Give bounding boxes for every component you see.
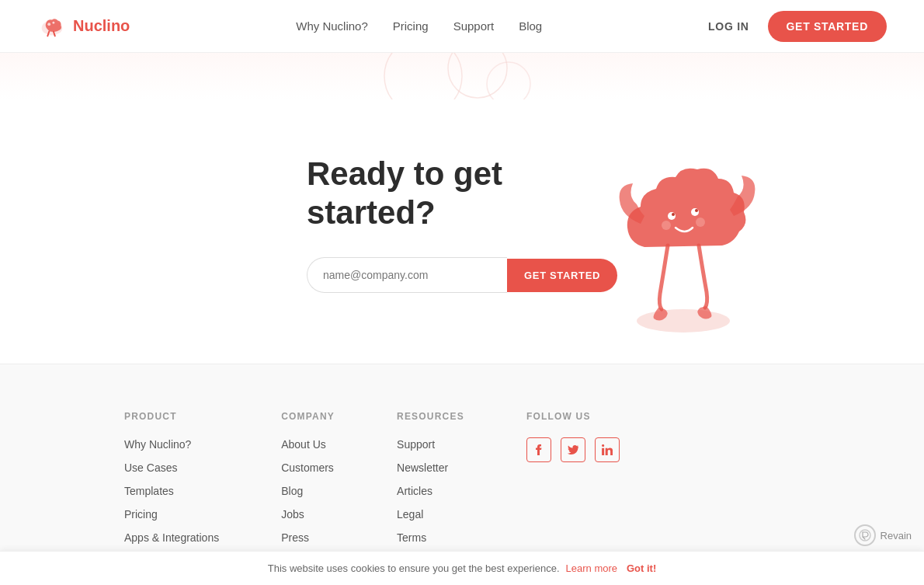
nav-why-nuclino[interactable]: Why Nuclino?: [296, 19, 368, 33]
footer-link-pricing[interactable]: Pricing: [124, 508, 158, 521]
cookie-banner: This website uses cookies to ensure you …: [0, 551, 924, 585]
footer-heading-resources: RESOURCES: [397, 411, 464, 422]
facebook-icon[interactable]: [526, 437, 551, 462]
list-item: Newsletter: [397, 461, 464, 475]
list-item: Templates: [124, 484, 219, 498]
svg-point-13: [662, 221, 671, 230]
twitter-icon[interactable]: [561, 437, 585, 462]
social-icons: [526, 437, 620, 462]
footer-link-terms[interactable]: Terms: [397, 531, 426, 544]
list-item: Blog: [281, 484, 335, 498]
footer-heading-product: PRODUCT: [124, 411, 219, 422]
svg-point-1: [47, 23, 50, 26]
list-item: Pricing: [124, 507, 219, 521]
footer-link-newsletter[interactable]: Newsletter: [397, 461, 448, 474]
list-item: About Us: [281, 437, 335, 451]
svg-point-6: [448, 53, 507, 98]
svg-point-11: [691, 208, 699, 216]
hero-section: Ready to get started? GET STARTED: [0, 99, 924, 364]
svg-point-10: [672, 213, 675, 216]
footer-link-about-us[interactable]: About Us: [281, 438, 326, 451]
list-item: Legal: [397, 507, 464, 521]
footer-link-support[interactable]: Support: [397, 438, 435, 451]
footer-heading-follow: FOLLOW US: [526, 411, 620, 422]
nav-blog[interactable]: Blog: [519, 19, 542, 33]
logo-icon: [37, 12, 67, 41]
top-decoration: [0, 53, 924, 99]
svg-point-5: [384, 53, 462, 99]
login-button[interactable]: LOG IN: [708, 20, 749, 33]
svg-point-12: [695, 209, 698, 212]
footer-link-apps-integrations[interactable]: Apps & Integrations: [124, 531, 219, 544]
list-item: Why Nuclino?: [124, 437, 219, 451]
footer-company-links: About Us Customers Blog Jobs Press Conta…: [281, 437, 335, 568]
hero-title: Ready to get started?: [307, 155, 617, 233]
cookie-got-it-button[interactable]: Got it!: [627, 562, 656, 574]
get-started-button[interactable]: GET STARTED: [768, 11, 887, 42]
footer-link-articles[interactable]: Articles: [397, 485, 432, 497]
revain-badge: Revain: [854, 524, 912, 546]
cookie-text: This website uses cookies to ensure you …: [268, 562, 560, 574]
logo[interactable]: Nuclino: [37, 12, 130, 41]
list-item: Support: [397, 437, 464, 451]
svg-point-2: [52, 21, 54, 23]
svg-point-9: [668, 212, 676, 220]
footer-link-legal[interactable]: Legal: [397, 508, 423, 521]
footer-link-blog[interactable]: Blog: [281, 485, 303, 497]
list-item: Use Cases: [124, 461, 219, 475]
linkedin-icon[interactable]: [595, 437, 620, 462]
footer-resources-links: Support Newsletter Articles Legal Terms …: [397, 437, 464, 568]
list-item: Press: [281, 531, 335, 545]
main-content: Ready to get started? GET STARTED: [0, 0, 924, 585]
nav-pricing[interactable]: Pricing: [393, 19, 429, 33]
header: Nuclino Why Nuclino? Pricing Support Blo…: [0, 0, 924, 53]
main-nav: Why Nuclino? Pricing Support Blog: [296, 19, 542, 33]
footer-link-templates[interactable]: Templates: [124, 485, 174, 497]
footer-heading-company: COMPANY: [281, 411, 335, 422]
list-item: Articles: [397, 484, 464, 498]
cookie-learn-more-link[interactable]: Learn more: [566, 562, 617, 574]
footer-link-why-nuclino[interactable]: Why Nuclino?: [124, 438, 191, 451]
cloud-svg: [598, 123, 769, 340]
footer-link-press[interactable]: Press: [281, 531, 309, 544]
footer-link-jobs[interactable]: Jobs: [281, 508, 304, 521]
list-item: Jobs: [281, 507, 335, 521]
footer-link-customers[interactable]: Customers: [281, 461, 334, 474]
hero-content: Ready to get started? GET STARTED: [307, 155, 617, 294]
deco-svg: [229, 53, 695, 99]
footer-link-use-cases[interactable]: Use Cases: [124, 461, 177, 474]
revain-icon: [854, 524, 876, 546]
list-item: Terms: [397, 531, 464, 545]
hero-illustration: [598, 123, 769, 340]
svg-point-8: [637, 309, 730, 333]
svg-point-14: [696, 218, 705, 227]
header-actions: LOG IN GET STARTED: [708, 11, 887, 42]
email-input[interactable]: [307, 257, 507, 293]
hero-get-started-button[interactable]: GET STARTED: [507, 259, 617, 292]
nav-support[interactable]: Support: [453, 19, 495, 33]
list-item: Customers: [281, 461, 335, 475]
revain-text: Revain: [881, 530, 912, 541]
logo-text: Nuclino: [73, 17, 130, 35]
hero-form: GET STARTED: [307, 257, 617, 293]
list-item: Apps & Integrations: [124, 531, 219, 545]
